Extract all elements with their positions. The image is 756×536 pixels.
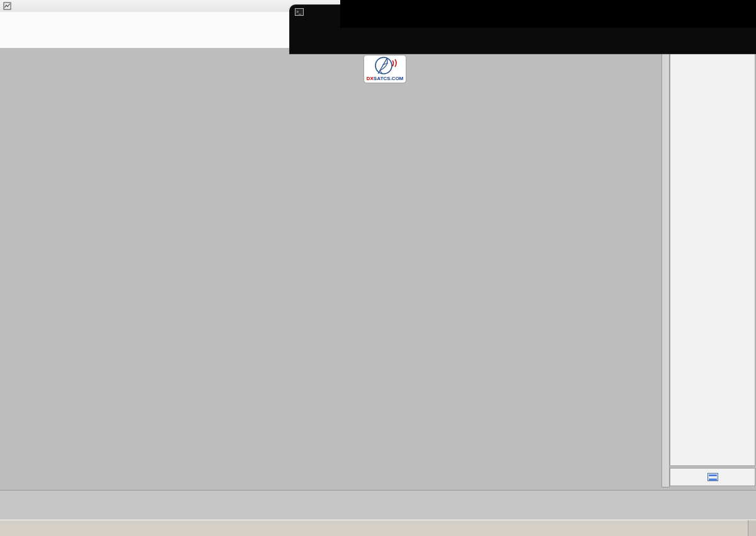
satellite-dish-icon: DXSATCS.COM — [364, 55, 406, 83]
signal-parameters-panel — [670, 53, 755, 466]
tuner-header-panel — [0, 12, 291, 48]
statusbar-grip — [748, 520, 756, 536]
panel-divider — [662, 54, 670, 487]
signal-chart — [25, 82, 662, 474]
signal-analyzer-app: >_ DXSATCS.COM — [0, 0, 756, 536]
world-clocks — [340, 0, 756, 28]
logo-text-rest: SATCS.COM — [374, 76, 404, 81]
svg-text:DXSATCS.COM: DXSATCS.COM — [367, 76, 404, 81]
status-progress-rows — [0, 490, 756, 520]
dxsatcs-logo: DXSATCS.COM — [364, 55, 406, 83]
app-icon — [3, 2, 11, 10]
logo-text-dx: DX — [367, 76, 374, 81]
terminal-tab[interactable]: >_ — [295, 8, 307, 16]
statusbar — [0, 520, 756, 536]
sidebar-button-box — [670, 468, 755, 486]
console-icon: >_ — [295, 8, 304, 16]
record-device-icon[interactable] — [707, 473, 718, 481]
